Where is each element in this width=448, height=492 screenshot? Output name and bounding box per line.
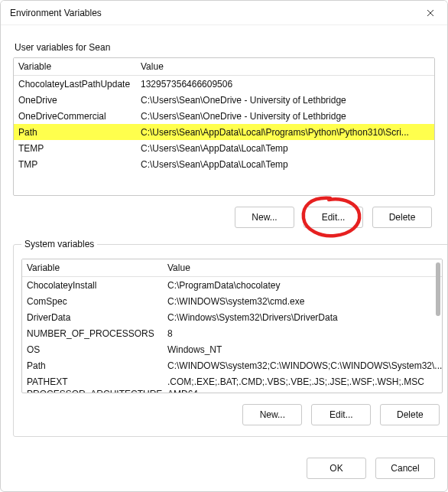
column-header-variable[interactable]: Variable <box>14 61 136 72</box>
cancel-button[interactable]: Cancel <box>375 458 435 479</box>
table-row[interactable]: ChocolateyLastPathUpdate 132957356466609… <box>14 76 434 92</box>
edit-button[interactable]: Edit... <box>311 404 371 425</box>
new-button[interactable]: New... <box>242 404 302 425</box>
table-row[interactable]: PATHEXT .COM;.EXE;.BAT;.CMD;.VBS;.VBE;.J… <box>22 373 442 389</box>
close-icon <box>427 9 434 17</box>
edit-button[interactable]: Edit... <box>304 207 363 228</box>
table-row[interactable]: TMP C:\Users\Sean\AppData\Local\Temp <box>14 156 434 172</box>
titlebar: Environment Variables <box>1 1 447 25</box>
environment-variables-dialog: Environment Variables User variables for… <box>0 0 448 492</box>
table-row[interactable]: OneDriveCommercial C:\Users\Sean\OneDriv… <box>14 108 434 124</box>
column-header-value[interactable]: Value <box>136 61 434 72</box>
table-row[interactable]: OS Windows_NT <box>22 341 442 357</box>
table-row[interactable]: DriverData C:\Windows\System32\Drivers\D… <box>22 309 442 325</box>
user-variables-label: User variables for Sean <box>15 42 435 53</box>
system-list-header: Variable Value <box>22 259 442 277</box>
system-variables-label: System variables <box>21 239 97 249</box>
table-row[interactable]: NUMBER_OF_PROCESSORS 8 <box>22 325 442 341</box>
column-header-value[interactable]: Value <box>163 262 442 273</box>
table-row[interactable]: Path C:\WINDOWS\system32;C:\WINDOWS;C:\W… <box>22 357 442 373</box>
table-row[interactable]: PROCESSOR_ARCHITECTURE AMD64 <box>22 389 442 393</box>
dialog-footer: OK Cancel <box>1 451 447 491</box>
system-variables-list[interactable]: Variable Value ChocolateyInstall C:\Prog… <box>21 259 443 393</box>
delete-button[interactable]: Delete <box>372 207 432 228</box>
user-list-header: Variable Value <box>14 58 434 76</box>
close-button[interactable] <box>420 2 441 24</box>
table-row-selected[interactable]: Path C:\Users\Sean\AppData\Local\Program… <box>14 124 434 140</box>
new-button[interactable]: New... <box>235 207 294 228</box>
table-row[interactable]: TEMP C:\Users\Sean\AppData\Local\Temp <box>14 140 434 156</box>
table-row[interactable]: ChocolateyInstall C:\ProgramData\chocola… <box>22 277 442 293</box>
user-button-row: New... Edit... Delete <box>13 196 435 233</box>
delete-button[interactable]: Delete <box>380 404 440 425</box>
table-row[interactable]: ComSpec C:\WINDOWS\system32\cmd.exe <box>22 293 442 309</box>
user-variables-list[interactable]: Variable Value ChocolateyLastPathUpdate … <box>13 57 435 196</box>
window-title: Environment Variables <box>10 8 102 18</box>
ok-button[interactable]: OK <box>307 458 366 479</box>
system-button-row: New... Edit... Delete <box>21 393 443 430</box>
column-header-variable[interactable]: Variable <box>22 262 163 273</box>
table-row[interactable]: OneDrive C:\Users\Sean\OneDrive - Univer… <box>14 92 434 108</box>
scrollbar-thumb[interactable] <box>436 262 440 316</box>
scrollbar[interactable] <box>436 261 440 391</box>
system-variables-group: System variables Variable Value Chocolat… <box>13 239 448 437</box>
